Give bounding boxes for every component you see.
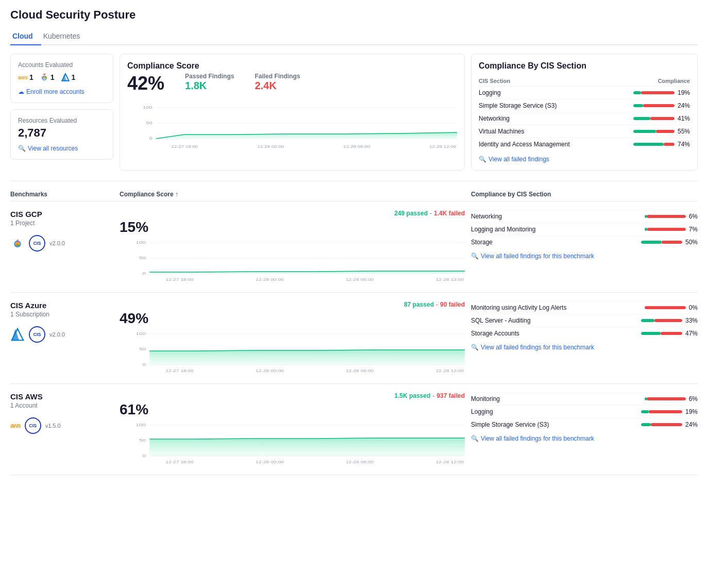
- compliance-score-card: Compliance Score 42% Passed Findings 1.8…: [120, 54, 465, 171]
- bench-chart-svg: 100 50 0 12-27 18:00 12-28 00:00 12-28 0…: [120, 238, 465, 284]
- bench-progress-bar: [645, 397, 686, 400]
- enroll-link-label: Enroll more accounts: [26, 88, 85, 95]
- bench-chart: 100 50 0 12-27 18:00 12-28 00:00 12-28 0…: [120, 329, 465, 375]
- azure-count: 1: [72, 73, 76, 81]
- progress-green: [633, 117, 650, 120]
- aws-brand-icon: aws: [10, 422, 21, 429]
- bench-view-label: View all failed findings for this benchm…: [481, 253, 594, 260]
- svg-text:12-28 00:00: 12-28 00:00: [256, 369, 284, 373]
- svg-text:12-27 18:00: 12-27 18:00: [171, 144, 198, 148]
- table-row: Logging 19%: [471, 406, 698, 418]
- resources-count: 2,787: [18, 126, 106, 140]
- bench-score: 61%: [120, 401, 465, 418]
- table-row: Monitoring 6%: [471, 393, 698, 406]
- svg-text:12-27 18:00: 12-27 18:00: [165, 369, 194, 373]
- svg-text:12-28 12:00: 12-28 12:00: [429, 144, 456, 148]
- cis-progress-cell: 24%: [609, 102, 690, 109]
- bench-chart: 100 50 0 12-27 18:00 12-28 00:00 12-28 0…: [120, 238, 465, 284]
- cis-progress-bar: [633, 91, 675, 94]
- bench-cis-table: Monitoring 6% Logging 19%: [471, 392, 698, 431]
- bench-cis-row-name: Storage Accounts: [471, 327, 613, 340]
- cis-row-name: Networking: [479, 112, 609, 125]
- svg-text:100: 100: [136, 423, 146, 427]
- benchmark-row: CIS GCP 1 Project CIS v2.0.0 249 passed …: [10, 201, 698, 293]
- svg-text:50: 50: [139, 438, 146, 443]
- bench-view-icon: 🔍: [471, 253, 479, 260]
- tab-kubernetes[interactable]: Kubernetes: [41, 28, 89, 45]
- bench-cis-percent: 33%: [685, 317, 698, 324]
- accounts-card: Accounts Evaluated aws 1: [10, 54, 113, 103]
- cis-col-section: CIS Section: [479, 76, 609, 87]
- bench-score: 49%: [120, 310, 465, 327]
- svg-marker-34: [149, 350, 465, 365]
- progress-red-fill: [647, 215, 685, 218]
- progress-green-fill: [641, 410, 649, 413]
- enroll-more-link[interactable]: ☁ Enroll more accounts: [18, 88, 106, 95]
- bench-progress-cell: 47%: [613, 330, 698, 337]
- bench-progress-bar: [641, 410, 682, 413]
- cis-percent-label: 74%: [678, 141, 690, 148]
- table-row: Logging and Monitoring 7%: [471, 223, 698, 236]
- bench-view-link[interactable]: 🔍 View all failed findings for this benc…: [471, 253, 698, 260]
- view-resources-icon: 🔍: [18, 145, 26, 152]
- gcp-brand-icon: [10, 236, 25, 250]
- progress-green-fill: [641, 332, 661, 335]
- bench-cis-section: Networking 6% Logging and Monitoring: [471, 210, 698, 260]
- progress-red-fill: [651, 423, 682, 426]
- tab-cloud[interactable]: Cloud: [10, 28, 41, 45]
- bench-view-link[interactable]: 🔍 View all failed findings for this benc…: [471, 344, 698, 351]
- bench-cis-table: Networking 6% Logging and Monitoring: [471, 210, 698, 248]
- progress-green-fill: [641, 319, 654, 322]
- bench-progress-bar: [641, 319, 682, 322]
- cs-title: Compliance Score: [127, 61, 457, 71]
- svg-text:0: 0: [142, 453, 146, 458]
- svg-text:50: 50: [139, 347, 146, 351]
- table-row: Networking 41%: [479, 112, 690, 125]
- progress-red-fill: [661, 332, 682, 335]
- progress-red: [664, 143, 675, 146]
- bench-cis-percent: 7%: [689, 226, 698, 233]
- bench-icons: CIS v2.0.0: [10, 235, 113, 251]
- bench-progress-cell: 6%: [592, 213, 698, 220]
- bench-progress-bar: [645, 228, 686, 231]
- bench-cis-percent: 24%: [685, 421, 698, 428]
- svg-text:12-28 06:00: 12-28 06:00: [346, 278, 374, 282]
- page-title: Cloud Security Posture: [10, 8, 698, 22]
- bench-icons: CIS v2.0.0: [10, 326, 113, 343]
- bench-cis-row-name: Monitoring using Activity Log Alerts: [471, 301, 613, 314]
- bench-progress-cell: 7%: [592, 226, 698, 233]
- cis-section-card: Compliance By CIS Section CIS Section Co…: [471, 54, 698, 171]
- progress-green-fill: [641, 241, 662, 244]
- cs-percent: 42%: [127, 73, 164, 94]
- progress-red-fill: [647, 397, 685, 400]
- bench-subtitle: 1 Subscription: [10, 311, 113, 318]
- svg-text:12-28 06:00: 12-28 06:00: [346, 369, 374, 373]
- bench-view-icon: 🔍: [471, 344, 479, 351]
- view-all-resources-link[interactable]: 🔍 View all resources: [18, 145, 106, 152]
- bench-passed: 87 passed: [404, 301, 434, 308]
- aws-count: 1: [29, 73, 33, 81]
- bench-left: CIS AWS 1 Account aws CIS v1.5.0: [10, 392, 113, 434]
- bench-findings-row: 87 passed - 90 failed: [120, 301, 465, 308]
- cis-progress-cell: 55%: [609, 128, 690, 135]
- table-row: Networking 6%: [471, 210, 698, 223]
- bench-cis-section: Monitoring using Activity Log Alerts 0% …: [471, 301, 698, 351]
- bh-col2: Compliance Score ↑: [120, 191, 465, 198]
- svg-text:0: 0: [149, 136, 153, 141]
- benchmarks-header: Benchmarks Compliance Score ↑ Compliance…: [10, 188, 698, 201]
- table-row: Storage 50%: [471, 236, 698, 249]
- cs-findings: Passed Findings 1.8K Failed Findings 2.4…: [185, 73, 300, 92]
- cis-row-name: Virtual Machines: [479, 125, 609, 138]
- bench-score: 15%: [120, 219, 465, 236]
- bench-view-link[interactable]: 🔍 View all failed findings for this benc…: [471, 435, 698, 442]
- svg-text:0: 0: [142, 271, 146, 276]
- view-all-failed-link[interactable]: 🔍 View all failed findings: [479, 156, 690, 163]
- bench-chart-svg: 100 50 0 12-27 18:00 12-28 00:00 12-28 0…: [120, 329, 465, 375]
- cis-progress-bar: [633, 130, 675, 133]
- passed-value: 1.8K: [185, 80, 234, 92]
- bench-subtitle: 1 Account: [10, 402, 113, 409]
- view-resources-label: View all resources: [28, 145, 78, 152]
- cis-row-name: Logging: [479, 87, 609, 99]
- bench-failed: 90 failed: [440, 301, 465, 308]
- bench-progress-cell: 24%: [602, 421, 698, 428]
